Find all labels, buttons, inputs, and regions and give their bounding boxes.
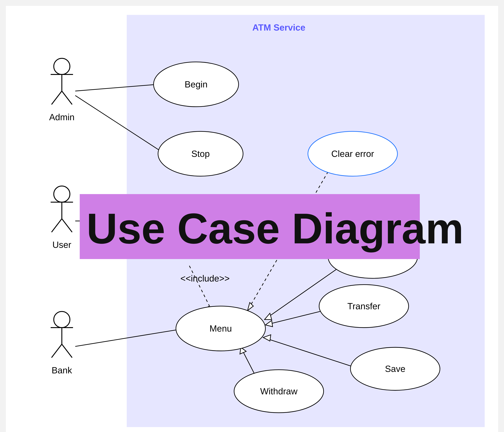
actor-user-label: User [52,240,71,250]
usecase-stop-label: Stop [191,149,210,159]
edge-label-include: <<include>> [180,273,230,283]
usecase-clear-error-label: Clear error [331,149,374,159]
system-boundary-title: ATM Service [252,22,306,32]
title-banner-text: Use Case Diagram [86,204,464,253]
svg-line-19 [52,219,62,232]
diagram-canvas: ATM Service <<include>> [6,6,498,432]
svg-point-21 [54,311,70,328]
actor-bank [51,311,73,357]
actor-user [51,186,73,232]
usecase-save-label: Save [385,364,405,374]
use-case-diagram-svg: ATM Service <<include>> [6,6,498,432]
svg-line-24 [52,344,62,357]
usecase-menu-label: Menu [209,323,232,333]
actor-admin [51,58,73,104]
actor-bank-label: Bank [52,365,72,375]
svg-point-11 [54,58,70,75]
svg-point-16 [54,186,70,202]
usecase-withdraw-label: Withdraw [260,386,297,396]
usecase-transfer-label: Transfer [347,301,380,311]
actor-admin-label: Admin [49,112,74,122]
svg-line-15 [62,91,72,104]
svg-line-20 [62,219,72,232]
svg-line-14 [52,91,62,104]
svg-line-25 [62,344,72,357]
usecase-begin-label: Begin [185,79,207,89]
